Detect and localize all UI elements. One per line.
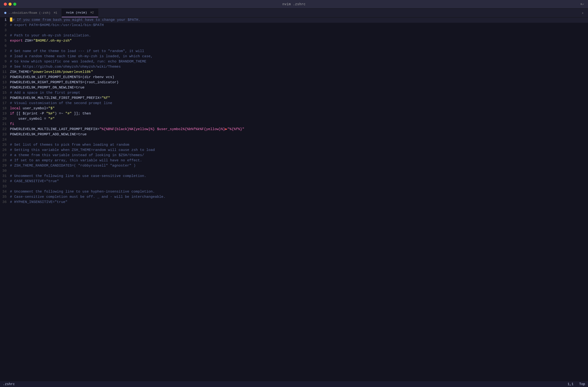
- code-line: # ZSH_THEME_RANDOM_CANDIDATES=( "robbyru…: [10, 163, 588, 168]
- code-line: # load a random theme each time oh-my-zs…: [10, 54, 588, 59]
- code-line: # Uncomment the following line to use hy…: [10, 189, 588, 194]
- line-number: 28: [2, 158, 10, 163]
- line-numbers: 1234567891011121314151617181920212223242…: [0, 18, 10, 381]
- token: export: [10, 38, 25, 43]
- line-number: 20: [2, 116, 10, 122]
- tab-spacer: [98, 9, 577, 17]
- close-button[interactable]: [4, 3, 7, 6]
- code-line: # a theme from this variable instead of …: [10, 153, 588, 158]
- token: "$": [48, 106, 55, 111]
- line-number: 18: [2, 106, 10, 111]
- tab-add[interactable]: ＋: [577, 9, 588, 17]
- tab-dot: [4, 12, 6, 14]
- line-number: 31: [2, 174, 10, 179]
- title-shortcut: ⌘✓: [580, 2, 584, 6]
- line-number: 11: [2, 70, 10, 75]
- minimize-button[interactable]: [8, 3, 12, 6]
- line-number: 32: [2, 179, 10, 184]
- code-line: export ZSH="$HOME/.oh-my-zsh": [10, 38, 588, 43]
- code-line: # to know which specific one was loaded,…: [10, 59, 588, 64]
- line-number: 1: [2, 18, 10, 23]
- code-line: # Uncomment the following line to use ca…: [10, 174, 588, 179]
- line-number: 10: [2, 64, 10, 70]
- line-number: 16: [2, 96, 10, 101]
- token: # HYPHEN_INSENSITIVE="true": [10, 200, 67, 205]
- line-number: 35: [2, 194, 10, 200]
- line-number: 30: [2, 168, 10, 174]
- tab-shortcut: ⌘1: [54, 11, 57, 15]
- tab-obsidian[interactable]: ..obsidian/Roam (-zsh) ⌘1: [0, 9, 62, 17]
- line-number: 9: [2, 59, 10, 64]
- token: ZSH_THEME=: [10, 70, 31, 75]
- line-number: 29: [2, 163, 10, 168]
- token: # a theme from this variable instead of …: [10, 153, 144, 158]
- status-filename: .zshrc: [3, 382, 15, 386]
- line-number: 7: [2, 49, 10, 54]
- line-number: 22: [2, 127, 10, 132]
- title-bar: nvim .zshrc ⌘✓: [0, 0, 588, 9]
- token: POWERLEVEL9K_MULTILINE_LAST_PROMPT_PREFI…: [10, 127, 99, 132]
- line-number: 3: [2, 28, 10, 33]
- window-title: nvim .zshrc: [282, 2, 306, 6]
- token: ZSH=: [25, 38, 33, 43]
- code-line: POWERLEVEL9K_RIGHT_PROMPT_ELEMENTS=(root…: [10, 80, 588, 85]
- token: fi: [10, 122, 14, 127]
- line-number: 21: [2, 122, 10, 127]
- token: # Uncomment the following line to use ca…: [10, 174, 146, 179]
- token: "#": [48, 116, 55, 122]
- line-number: 23: [2, 132, 10, 137]
- code-line: POWERLEVEL9K_PROMPT_ON_NEWLINE=true: [10, 85, 588, 90]
- token: # Set name of the theme to load --- if s…: [10, 49, 144, 54]
- token: # If you come from bash you might have t…: [13, 18, 140, 23]
- code-line: user_symbol = "#": [10, 116, 588, 122]
- token: # to know which specific one was loaded,…: [10, 59, 146, 64]
- editor-container: 1234567891011121314151617181920212223242…: [0, 18, 588, 381]
- line-number: 33: [2, 184, 10, 189]
- token: # ZSH_THEME_RANDOM_CANDIDATES=( "robbyru…: [10, 163, 136, 168]
- code-line: # Visual customisation of the second pro…: [10, 101, 588, 106]
- code-line: # If you come from bash you might have t…: [10, 18, 588, 23]
- code-line: # See https://github.com/ohmyzsh/ohmyzsh…: [10, 64, 588, 70]
- code-line: # Set list of themes to pick from when l…: [10, 142, 588, 148]
- token: POWERLEVEL9K_PROMPT_ON_NEWLINE=true: [10, 85, 84, 90]
- line-number: 15: [2, 90, 10, 96]
- token: # Set list of themes to pick from when l…: [10, 142, 129, 148]
- token: # Visual customisation of the second pro…: [10, 101, 112, 106]
- maximize-button[interactable]: [13, 3, 16, 6]
- status-bar: .zshrc 1,1 Top: [0, 381, 588, 387]
- token: # Case-sensitive completion must be off.…: [10, 194, 166, 200]
- tab-bar: ..obsidian/Roam (-zsh) ⌘1 nvim (nvim) ⌘2…: [0, 9, 588, 18]
- title-bar-left: [4, 3, 16, 6]
- token: # See https://github.com/ohmyzsh/ohmyzsh…: [10, 64, 121, 70]
- code-line: # HYPHEN_INSENSITIVE="true": [10, 200, 588, 205]
- code-line: [10, 184, 588, 189]
- code-line: [10, 43, 588, 49]
- line-number: 25: [2, 142, 10, 148]
- editor-content[interactable]: 1234567891011121314151617181920212223242…: [0, 18, 588, 381]
- code-line: # CASE_SENSITIVE="true": [10, 179, 588, 184]
- code-line: POWERLEVEL9K_PROMPT_ADD_NEWLINE=true: [10, 132, 588, 137]
- token: if: [10, 111, 14, 116]
- line-number: 17: [2, 101, 10, 106]
- code-line: # Setting this variable when ZSH_THEME=r…: [10, 148, 588, 153]
- code-line: # Path to your oh-my-zsh installation.: [10, 33, 588, 38]
- token: # Uncomment the following line to use hy…: [10, 189, 155, 194]
- token: # Setting this variable when ZSH_THEME=r…: [10, 148, 155, 153]
- code-line: # Case-sensitive completion must be off.…: [10, 194, 588, 200]
- traffic-lights[interactable]: [4, 3, 16, 6]
- token: # load a random theme each time oh-my-zs…: [10, 54, 153, 59]
- scroll-position: Top: [579, 382, 585, 386]
- token: POWERLEVEL9K_MULTILINE_FIRST_PROMPT_PREF…: [10, 96, 102, 101]
- tab-nvim[interactable]: nvim (nvim) ⌘2: [62, 9, 99, 17]
- cursor-position: 1,1: [568, 382, 574, 386]
- token: "powerlevel10k/powerlevel10k": [31, 70, 93, 75]
- token: "$HOME/.oh-my-zsh": [33, 38, 72, 43]
- token: user_symbol=: [23, 106, 48, 111]
- code-line: if [[ $(print -P "%#") =~ "#" ]]; then: [10, 111, 588, 116]
- code-area[interactable]: # If you come from bash you might have t…: [10, 18, 588, 381]
- tab-label: ..obsidian/Roam (-zsh): [8, 11, 50, 15]
- token: POWERLEVEL9K_LEFT_PROMPT_ELEMENTS=(dir r…: [10, 75, 114, 80]
- token: local: [10, 106, 23, 111]
- token: POWERLEVEL9K_PROMPT_ADD_NEWLINE=true: [10, 132, 87, 137]
- token: ) =~: [55, 111, 65, 116]
